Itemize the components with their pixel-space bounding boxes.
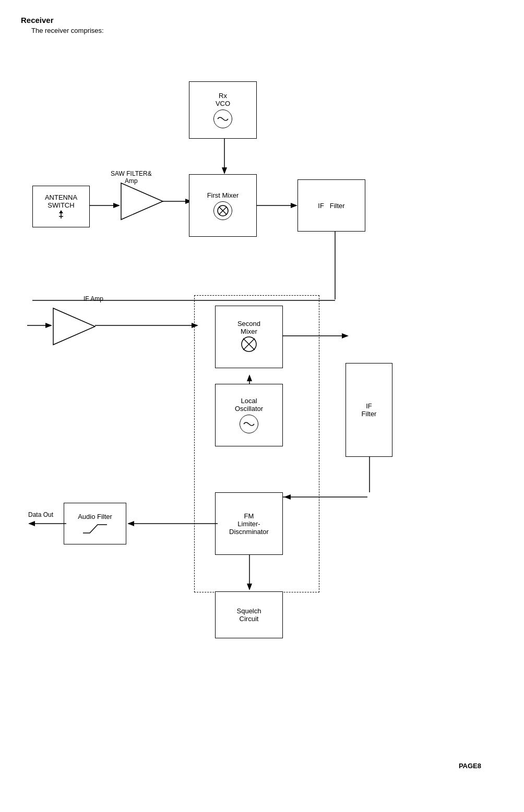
second-mixer-symbol xyxy=(240,335,258,355)
page-number: PAGE8 xyxy=(459,762,481,770)
rx-vco-label2: VCO xyxy=(216,100,230,107)
svg-marker-28 xyxy=(342,333,349,338)
if-amp-triangle xyxy=(51,306,98,347)
first-mixer-symbol xyxy=(213,201,232,220)
page-title: Receiver xyxy=(21,16,503,25)
audio-filter-block: Audio Filter xyxy=(64,503,126,544)
antenna-switch-block: ANTENNA SWITCH xyxy=(32,186,90,227)
squelch-label1: Squelch xyxy=(237,607,261,615)
second-mixer-label2: Mixer xyxy=(241,328,257,335)
arrow-vco-to-mixer xyxy=(219,139,230,175)
fm-label2: Limiter- xyxy=(237,520,260,528)
arrow-ifamp-to-secondmixer xyxy=(95,320,199,331)
svg-marker-35 xyxy=(28,521,35,526)
if-filter2-label1: IF xyxy=(366,402,372,410)
svg-marker-7 xyxy=(121,183,163,220)
antenna-label2: SWITCH xyxy=(47,201,74,209)
local-osc-label2: Oscillator xyxy=(235,405,263,413)
svg-marker-37 xyxy=(247,584,252,590)
rx-vco-block: Rx VCO xyxy=(189,81,257,139)
if-filter1-label1: IF Filter xyxy=(318,202,344,210)
antenna-label1: ANTENNA xyxy=(45,193,77,201)
arrow-firstmixer-to-iffilter1 xyxy=(257,200,299,211)
fm-label3: Discnminator xyxy=(229,528,269,536)
if-filter2-label2: Filter xyxy=(362,410,377,418)
arrow-fm-to-audiofilter xyxy=(126,518,218,529)
svg-marker-26 xyxy=(247,374,252,381)
arrow-secondmixer-to-iffilter2 xyxy=(283,331,350,341)
rx-vco-label1: Rx xyxy=(219,92,227,100)
arrow-saw-to-firstmixer xyxy=(162,196,193,207)
svg-marker-1 xyxy=(222,167,227,174)
second-mixer-block: Second Mixer xyxy=(215,306,283,368)
local-osc-symbol xyxy=(240,415,258,433)
saw-filter-triangle xyxy=(118,180,165,222)
local-osc-label1: Local xyxy=(241,397,257,405)
first-mixer-label: First Mixer xyxy=(207,191,239,199)
if-filter2-block: IF Filter xyxy=(346,363,392,457)
svg-marker-31 xyxy=(284,494,291,500)
second-mixer-label1: Second xyxy=(237,320,260,328)
line-iffilter2-to-fm xyxy=(283,492,369,502)
squelch-circuit-block: Squelch Circuit xyxy=(215,591,283,638)
if-filter1-block: IF Filter xyxy=(297,179,365,232)
svg-marker-33 xyxy=(127,521,134,526)
fm-limiter-block: FM Limiter- Discnminator xyxy=(215,492,283,555)
local-oscillator-block: Local Oscillator xyxy=(215,384,283,446)
arrow-into-ifamp xyxy=(27,320,53,331)
vco-symbol xyxy=(213,110,232,128)
arrow-antenna-to-saw xyxy=(90,200,121,211)
audio-filter-label: Audio Filter xyxy=(78,513,112,520)
line-iffilter1-down xyxy=(330,232,340,299)
arrow-fm-to-squelch xyxy=(244,555,255,591)
if-amp-label: IF Amp xyxy=(84,295,103,302)
squelch-label2: Circuit xyxy=(240,615,259,623)
fm-label1: FM xyxy=(244,512,254,520)
data-out-label: Data Out xyxy=(28,511,53,518)
svg-marker-14 xyxy=(291,203,297,208)
page-subtitle: The receiver comprises: xyxy=(31,27,503,34)
arrow-audio-to-dataout xyxy=(27,518,66,529)
arrow-iffilter2-to-fmlimiter xyxy=(364,457,375,493)
svg-marker-4 xyxy=(59,210,63,213)
first-mixer-block: First Mixer xyxy=(189,174,257,237)
svg-marker-17 xyxy=(53,308,95,345)
svg-marker-19 xyxy=(45,323,52,328)
